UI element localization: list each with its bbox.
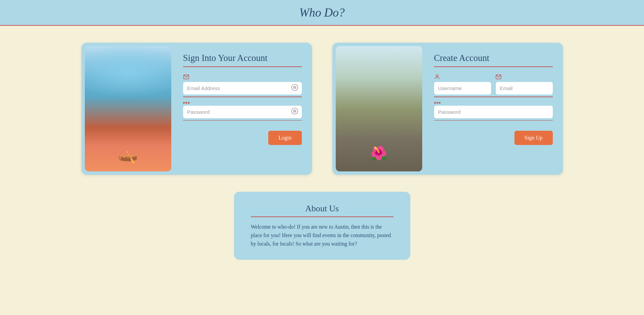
svg-point-7	[436, 75, 438, 77]
email-input[interactable]	[183, 82, 302, 94]
login-button[interactable]: Login	[268, 131, 301, 145]
signup-card: Create Account	[332, 43, 563, 175]
signup-password-dots-icon	[434, 102, 441, 104]
about-section: About Us Welcome to who-do! If you are n…	[0, 188, 644, 273]
email-icon-row	[183, 74, 302, 80]
username-input[interactable]	[434, 82, 491, 94]
signup-password-input-wrapper	[434, 106, 553, 118]
user-icon	[434, 74, 491, 80]
signup-email-icon	[495, 74, 553, 80]
signup-password-underline	[434, 120, 553, 121]
signup-title: Create Account	[434, 52, 553, 64]
username-email-fields-row	[434, 82, 553, 94]
email-icon	[183, 74, 189, 80]
username-email-underline	[434, 97, 553, 97]
login-card-image	[85, 46, 171, 171]
login-btn-row: Login	[183, 131, 302, 145]
username-col	[434, 82, 491, 94]
signup-icons-row	[434, 74, 553, 80]
svg-point-6	[294, 111, 295, 111]
about-underline	[251, 216, 393, 217]
password-input[interactable]	[183, 106, 302, 118]
username-input-wrapper	[434, 82, 491, 94]
login-title-underline	[183, 66, 302, 67]
password-input-wrapper	[183, 106, 302, 118]
signup-title-underline	[434, 66, 553, 67]
login-card: Sign Into Your Account	[81, 43, 312, 175]
signup-btn-row: Sign Up	[434, 131, 553, 145]
signup-password-input[interactable]	[434, 106, 553, 118]
signup-password-icon-row	[434, 102, 553, 104]
main-content: Sign Into Your Account	[0, 26, 644, 188]
username-email-section	[434, 74, 553, 97]
password-underline	[183, 120, 302, 121]
signup-form: Create Account	[426, 43, 563, 175]
signup-email-input[interactable]	[496, 82, 553, 94]
about-card: About Us Welcome to who-do! If you are n…	[234, 192, 410, 260]
email-toggle-icon[interactable]	[291, 84, 298, 93]
password-toggle-icon[interactable]	[291, 107, 298, 117]
password-icon-row	[183, 102, 302, 104]
signup-button[interactable]: Sign Up	[514, 131, 553, 145]
email-underline	[183, 97, 302, 97]
about-text: Welcome to who-do! If you are new to Aus…	[251, 223, 393, 248]
login-title: Sign Into Your Account	[183, 52, 302, 64]
signup-password-section	[434, 102, 553, 121]
site-title: Who Do?	[0, 6, 644, 20]
about-title: About Us	[251, 204, 393, 214]
password-field-section	[183, 102, 302, 121]
site-header: Who Do?	[0, 0, 644, 26]
signup-card-image	[336, 46, 422, 171]
signup-email-input-wrapper	[496, 82, 553, 94]
signup-email-col	[496, 82, 553, 94]
svg-point-3	[294, 87, 295, 88]
password-dots-icon	[183, 102, 190, 104]
login-form: Sign Into Your Account	[175, 43, 312, 175]
email-input-wrapper	[183, 82, 302, 94]
email-field-section	[183, 74, 302, 97]
